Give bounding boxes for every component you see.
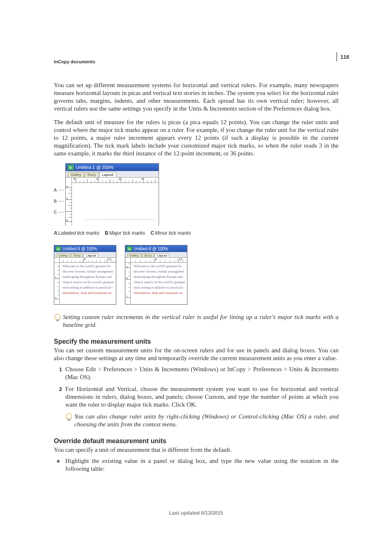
sample-text: Welcome to the world's greatest liv disc… — [134, 264, 186, 296]
tab-layout: Layout — [154, 253, 169, 257]
svg-point-0 — [55, 314, 60, 320]
tab-layout: Layout — [99, 172, 116, 177]
lightbulb-icon — [65, 413, 73, 423]
vertical-ruler: 0 3 6 — [66, 178, 72, 226]
page-number-container: 116 — [337, 52, 349, 61]
body-paragraph: You can set up different measurement sys… — [54, 81, 339, 113]
v-ruler-label: 6 — [66, 219, 68, 222]
incopy-window: ic Untitled-1 @ 200% Galley Story Layout… — [65, 163, 159, 226]
body-paragraph: The default unit of measure for the rule… — [54, 118, 339, 157]
tab-layout: Layout — [83, 253, 98, 257]
window-title: Untitled-8 @ 100% — [134, 247, 168, 251]
incopy-window-right: ic Untitled-8 @ 100% Galley Story Layout… — [125, 245, 187, 305]
v-ruler-label: 0 — [66, 185, 68, 189]
document-tabs: Galley Story Layout — [125, 252, 187, 258]
window-titlebar: ic Untitled-1 @ 200% — [66, 164, 159, 171]
figure-ruler-tick-marks: A B C ic Untitled-1 @ 200% Galley Story … — [54, 163, 161, 227]
bullet-item: Highlight the existing value in a panel … — [54, 457, 339, 473]
horizontal-ruler: 6 12 — [59, 258, 116, 263]
window-titlebar: ic Untitled-8 @ 100% — [125, 245, 187, 252]
window-title: Untitled-8 @ 100% — [62, 247, 97, 251]
tip-text: You can also change ruler units by right… — [74, 413, 339, 428]
window-title: Untitled-1 @ 200% — [76, 165, 114, 170]
tip-text: Setting custom ruler increments in the v… — [63, 313, 339, 329]
callout-label-b: B — [54, 199, 57, 204]
figure-callout-labels: A B C — [54, 185, 64, 218]
h-ruler-label: 0 — [74, 177, 75, 181]
tab-galley: Galley — [127, 253, 141, 257]
callout-label-a: A — [54, 188, 57, 192]
tip-block: You can also change ruler units by right… — [65, 413, 339, 428]
vertical-ruler: 4 8 1 — [125, 258, 131, 305]
body-paragraph: You can specify a unit of measurement th… — [54, 446, 339, 454]
tab-galley: Galley — [68, 172, 84, 177]
incopy-app-icon: ic — [67, 164, 74, 170]
steps-list: Choose Edit > Preferences > Units & Incr… — [54, 365, 339, 409]
page-number: 116 — [340, 54, 349, 60]
tab-galley: Galley — [56, 253, 70, 257]
incopy-window-left: ic Untitled-8 @ 100% Galley Story Layout… — [54, 245, 116, 305]
sample-text: Welcome to the world's greatest liv disc… — [62, 264, 115, 296]
document-canvas — [71, 183, 159, 226]
svg-point-2 — [66, 414, 72, 419]
document-body: 6 12 4 8 1 Welcome to the world — [125, 258, 187, 305]
vertical-ruler: 1 2 — [54, 258, 60, 305]
document-tabs: Galley Story Layout — [66, 171, 159, 178]
running-head: InCopy documents — [54, 59, 95, 64]
ruler-area: 0 3 6 9 0 — [66, 178, 159, 226]
bullet-list: Highlight the existing value in a panel … — [54, 457, 339, 473]
document-body: 6 12 1 2 Welcome to the world's greatest… — [54, 258, 116, 305]
tab-story: Story — [142, 253, 154, 257]
body-paragraph: You can set custom measurement units for… — [54, 347, 339, 362]
horizontal-ruler: 6 12 — [130, 258, 187, 263]
tab-story: Story — [71, 253, 83, 257]
step-item: Choose Edit > Preferences > Units & Incr… — [54, 365, 339, 381]
tip-block: Setting custom ruler increments in the v… — [54, 313, 339, 329]
h-ruler-label: 6 — [119, 177, 120, 181]
heading-override-units: Override default measurement units — [54, 437, 339, 445]
h-ruler-label: 3 — [96, 177, 98, 181]
step-item: For Horizontal and Vertical, choose the … — [54, 385, 339, 409]
tab-story: Story — [85, 172, 99, 177]
lightbulb-icon — [54, 314, 61, 324]
incopy-app-icon: ic — [55, 246, 61, 251]
heading-specify-units: Specify the measurement units — [54, 338, 339, 345]
v-ruler-label: 3 — [66, 197, 68, 201]
main-content: You can set up different measurement sys… — [54, 81, 339, 473]
incopy-app-icon: ic — [127, 246, 132, 251]
callout-label-c: C — [54, 210, 57, 215]
figure-caption: ALabeled tick marks BMajor tick marks CM… — [54, 230, 339, 236]
figure-ruler-increments-compare: ic Untitled-8 @ 100% Galley Story Layout… — [54, 245, 189, 312]
document-tabs: Galley Story Layout — [54, 252, 116, 258]
h-ruler-label: 9 — [141, 177, 143, 181]
window-titlebar: ic Untitled-8 @ 100% — [54, 245, 116, 252]
footer-last-updated: Last updated 6/13/2015 — [0, 510, 392, 516]
